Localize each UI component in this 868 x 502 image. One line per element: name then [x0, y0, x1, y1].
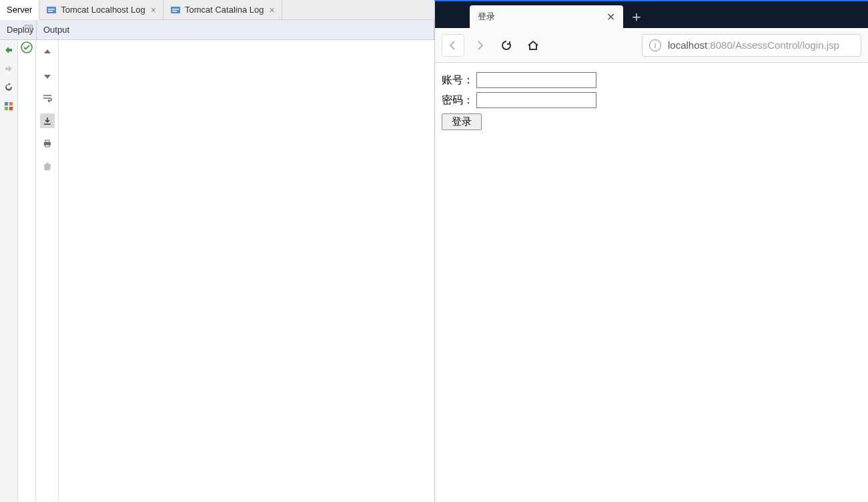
nav-back-button[interactable]	[442, 34, 464, 57]
artifact-icon[interactable]	[3, 100, 15, 112]
svg-rect-12	[45, 140, 49, 142]
service-icon	[46, 5, 57, 15]
ide-tabstrip: Server Tomcat Localhost Log × Tomcat Cat…	[0, 0, 434, 20]
close-icon[interactable]: ×	[269, 5, 274, 15]
account-label: 账号：	[442, 73, 474, 87]
account-input[interactable]	[476, 72, 596, 88]
account-row: 账号：	[442, 72, 861, 88]
info-icon[interactable]: i	[649, 39, 661, 51]
scroll-down-icon[interactable]	[40, 68, 55, 83]
svg-rect-9	[9, 107, 13, 110]
console-output[interactable]	[59, 40, 434, 502]
tab-tomcat-catalina-log[interactable]: Tomcat Catalina Log ×	[163, 0, 282, 19]
url-host: localhost	[668, 39, 707, 51]
reload-button[interactable]	[495, 34, 518, 57]
svg-rect-6	[5, 102, 8, 105]
browser-tabstrip: 登录 ✕ ＋	[435, 1, 868, 28]
pin-icon[interactable]	[24, 24, 33, 33]
svg-rect-5	[172, 11, 177, 12]
home-button[interactable]	[522, 34, 544, 57]
browser-tab[interactable]: 登录 ✕	[470, 5, 623, 28]
status-gutter	[18, 40, 36, 502]
password-label: 密码：	[442, 93, 474, 107]
svg-rect-4	[172, 9, 179, 10]
address-bar[interactable]: i localhost:8080/AssessControl/login.jsp	[642, 34, 861, 57]
svg-rect-0	[47, 7, 56, 13]
svg-rect-1	[48, 9, 55, 10]
scroll-up-icon[interactable]	[40, 45, 55, 60]
subtab-output[interactable]: Output	[37, 20, 434, 39]
deploy-run-icon[interactable]	[3, 44, 15, 56]
browser-window: 登录 ✕ ＋ i localhost:8080/AssessControl/lo…	[434, 0, 868, 502]
svg-rect-2	[48, 11, 53, 12]
tab-catalina-log-label: Tomcat Catalina Log	[185, 5, 264, 15]
nav-forward-button[interactable]	[468, 34, 491, 57]
password-input[interactable]	[476, 92, 596, 108]
svg-rect-3	[171, 7, 180, 13]
ide-body	[0, 40, 434, 502]
soft-wrap-icon[interactable]	[40, 91, 55, 105]
svg-rect-8	[5, 107, 8, 110]
close-icon[interactable]: ✕	[606, 11, 615, 23]
print-icon[interactable]	[40, 136, 55, 151]
svg-rect-7	[9, 102, 13, 105]
scroll-to-end-icon[interactable]	[40, 113, 55, 128]
subtab-deploy[interactable]: Deploy	[0, 20, 37, 39]
page-content: 账号： 密码： 登录	[435, 63, 868, 502]
url-text: localhost:8080/AssessControl/login.jsp	[668, 39, 839, 51]
new-tab-button[interactable]: ＋	[623, 5, 650, 28]
tab-tomcat-localhost-log[interactable]: Tomcat Localhost Log ×	[39, 0, 163, 19]
ide-panel: Server Tomcat Localhost Log × Tomcat Cat…	[0, 0, 434, 502]
login-button[interactable]: 登录	[442, 113, 482, 130]
ide-subtabs: Deploy Output	[0, 20, 434, 40]
subtab-output-label: Output	[43, 25, 69, 35]
status-ok-icon	[21, 41, 33, 53]
run-gutter	[0, 40, 18, 502]
tab-server[interactable]: Server	[0, 0, 39, 20]
service-icon	[170, 5, 181, 15]
url-path: :8080/AssessControl/login.jsp	[707, 39, 839, 51]
tab-server-label: Server	[7, 5, 32, 15]
trash-icon[interactable]	[40, 159, 55, 174]
password-row: 密码：	[442, 92, 861, 108]
tab-localhost-log-label: Tomcat Localhost Log	[61, 5, 145, 15]
close-icon[interactable]: ×	[151, 5, 156, 15]
undeploy-icon[interactable]	[3, 63, 15, 75]
svg-rect-13	[45, 145, 49, 147]
refresh-icon[interactable]	[3, 81, 15, 93]
browser-toolbar: i localhost:8080/AssessControl/login.jsp	[435, 28, 868, 63]
console-toolbar	[36, 40, 59, 502]
browser-tab-title: 登录	[478, 11, 495, 23]
